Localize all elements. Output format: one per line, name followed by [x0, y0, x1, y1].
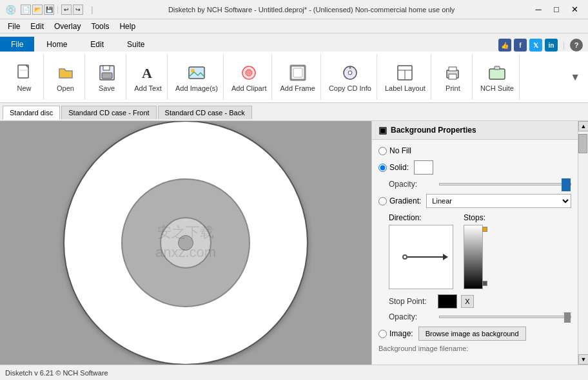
opacity-slider-track[interactable]: [439, 183, 571, 185]
tab-file[interactable]: File: [0, 37, 34, 52]
ribbon-copy-cd-info[interactable]: Copy CD Info: [324, 54, 377, 100]
opacity-slider-thumb[interactable]: [562, 178, 571, 191]
tab-suite[interactable]: Suite: [116, 37, 155, 52]
opacity2-slider-thumb[interactable]: [564, 312, 571, 323]
menubar: File Edit Overlay Tools Help: [0, 19, 588, 33]
solid-label[interactable]: Solid:: [378, 163, 409, 172]
filename-label: Background image filename:: [378, 343, 468, 354]
ribbon-toolbar: New Open Save A Add Text Add Image(s) Ad…: [0, 52, 588, 103]
suite-icon: [487, 62, 507, 83]
x-button[interactable]: X: [461, 295, 474, 308]
ribbon-new[interactable]: New: [5, 54, 44, 100]
direction-box[interactable]: [389, 225, 453, 289]
tab-cd-case-front[interactable]: Standard CD case - Front: [61, 106, 156, 119]
svg-rect-0: [18, 65, 28, 78]
arrow-line: [407, 256, 443, 258]
menu-overlay[interactable]: Overlay: [49, 21, 86, 32]
tab-home[interactable]: Home: [35, 37, 78, 52]
window-controls: ─ □ ✕: [530, 3, 583, 16]
layout-icon: [395, 62, 415, 83]
ribbon-label-layout[interactable]: Label Layout: [380, 54, 431, 100]
status-text: Disketch v 6.21 © NCH Software: [5, 369, 108, 377]
window-title: Disketch by NCH Software - Untitled.depr…: [93, 6, 530, 14]
image-row: Image: Browse image as background: [378, 327, 571, 341]
ribbon-add-frame[interactable]: Add Frame: [275, 54, 320, 100]
copy-cd-icon: [340, 62, 360, 83]
linkedin-icon[interactable]: in: [545, 39, 558, 52]
no-fill-row: No Fill: [378, 146, 571, 155]
print-label: Print: [446, 84, 460, 92]
ribbon-tabs: File Home Edit Suite 👍 f 𝕏 in | ?: [0, 33, 588, 52]
image-radio[interactable]: [378, 330, 387, 338]
stop-point-color[interactable]: [438, 294, 457, 309]
undo-button[interactable]: ↩: [61, 5, 72, 15]
scroll-thumb-area: [578, 131, 588, 354]
ribbon-nch-suite[interactable]: NCH Suite: [475, 54, 520, 100]
no-fill-radio[interactable]: [378, 147, 387, 155]
statusbar: Disketch v 6.21 © NCH Software: [0, 365, 588, 380]
tab-standard-disc[interactable]: Standard disc: [3, 106, 60, 120]
stops-box[interactable]: [464, 225, 483, 289]
svg-rect-4: [102, 73, 112, 79]
menu-file[interactable]: File: [3, 21, 25, 32]
ribbon-open[interactable]: Open: [46, 54, 85, 100]
menu-edit[interactable]: Edit: [25, 21, 49, 32]
panel-title: Background Properties: [391, 126, 476, 135]
gradient-radio[interactable]: [378, 197, 387, 205]
help-icon[interactable]: ?: [570, 39, 583, 52]
tab-cd-case-back[interactable]: Standard CD case - Back: [158, 106, 252, 119]
open-button[interactable]: 📂: [32, 5, 43, 15]
canvas-area[interactable]: 安之下载anxz.com: [0, 121, 371, 365]
twitter-icon[interactable]: 𝕏: [529, 39, 542, 52]
gradient-type-select[interactable]: Linear Radial Conical: [426, 194, 571, 208]
copy-cd-info-label: Copy CD Info: [329, 84, 371, 92]
background-properties-panel: ▣ Background Properties No Fill Solid:: [371, 121, 578, 365]
browse-image-button[interactable]: Browse image as background: [418, 327, 526, 341]
add-frame-label: Add Frame: [280, 84, 315, 92]
app-icon: 💿: [5, 5, 15, 15]
svg-rect-20: [489, 69, 505, 79]
scroll-thumb[interactable]: [578, 134, 587, 153]
dir-stops-labels: Direction: Stops:: [378, 213, 571, 222]
titlebar: 💿 📄 📂 💾 | ↩ ↪ | Disketch by NCH Software…: [0, 0, 588, 19]
maximize-button[interactable]: □: [548, 3, 565, 16]
opacity2-slider-track[interactable]: [439, 316, 571, 318]
menu-help[interactable]: Help: [114, 21, 141, 32]
save-label: Save: [99, 84, 115, 92]
close-button[interactable]: ✕: [566, 3, 583, 16]
ribbon-print[interactable]: Print: [434, 54, 473, 100]
ribbon-expand-button[interactable]: ▼: [570, 71, 580, 83]
disc-hole: [178, 235, 193, 251]
scroll-up-button[interactable]: ▲: [578, 121, 588, 131]
redo-button[interactable]: ↪: [73, 5, 83, 15]
tab-edit[interactable]: Edit: [79, 37, 115, 52]
solid-radio[interactable]: [378, 164, 387, 172]
minimize-button[interactable]: ─: [530, 3, 547, 16]
print-icon: [442, 62, 463, 83]
new-button[interactable]: 📄: [21, 5, 31, 15]
text-icon: A: [138, 62, 159, 83]
label-layout-label: Label Layout: [385, 84, 426, 92]
new-doc-icon: [14, 62, 35, 83]
save-button[interactable]: 💾: [44, 5, 54, 15]
toolbar-buttons: 📄 📂 💾 | ↩ ↪: [21, 5, 83, 15]
solid-color-picker[interactable]: [414, 160, 433, 175]
save-disk-icon: [97, 62, 117, 83]
facebook-icon[interactable]: f: [514, 39, 527, 52]
frame-icon: [288, 62, 308, 83]
ribbon-add-image[interactable]: Add Image(s): [170, 54, 224, 100]
gradient-label[interactable]: Gradient:: [378, 196, 421, 205]
scroll-down-button[interactable]: ▼: [578, 354, 588, 365]
ribbon-add-text[interactable]: A Add Text: [129, 54, 168, 100]
image-label[interactable]: Image:: [378, 329, 413, 338]
like-icon[interactable]: 👍: [498, 39, 511, 52]
ribbon-add-clipart[interactable]: Add Clipart: [226, 54, 272, 100]
ribbon-save[interactable]: Save: [88, 54, 126, 100]
svg-text:A: A: [142, 65, 152, 81]
new-label: New: [17, 84, 31, 92]
no-fill-label[interactable]: No Fill: [378, 146, 411, 155]
open-label: Open: [57, 84, 74, 92]
stop-marker-top[interactable]: [482, 227, 487, 232]
menu-tools[interactable]: Tools: [86, 21, 114, 32]
stop-marker-bottom[interactable]: [482, 281, 487, 286]
